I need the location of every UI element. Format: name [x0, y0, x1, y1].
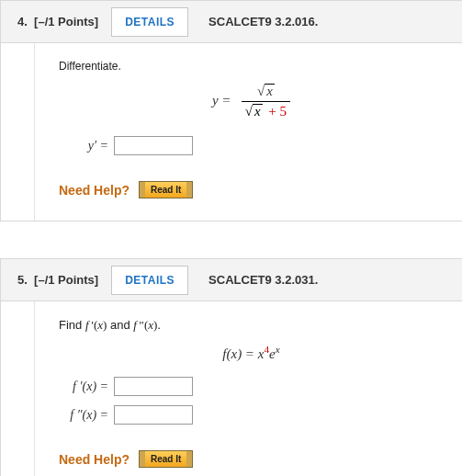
prompt-text: Find f ′(x) and f ″(x). [59, 318, 444, 333]
fx-prefix: f(x) = x [222, 346, 264, 361]
sqrt-icon: √x [245, 104, 263, 119]
read-it-button[interactable]: Read It [139, 181, 193, 198]
question-body: Find f ′(x) and f ″(x). f(x) = x4ex f ′(… [34, 301, 462, 476]
question-block: 5. [–/1 Points] DETAILS SCALCET9 3.2.031… [0, 258, 462, 476]
fpp-input[interactable] [114, 405, 193, 425]
sqrt-icon: √x [257, 84, 275, 99]
answer-row-fpp: f ″(x) = [59, 405, 444, 425]
sqrt-var: x [265, 84, 275, 98]
fraction: √x √x + 5 [242, 84, 290, 119]
question-header: 5. [–/1 Points] DETAILS SCALCET9 3.2.031… [1, 259, 462, 301]
fp-input[interactable] [114, 377, 193, 396]
prompt-text: Differentiate. [59, 60, 444, 73]
question-number: 5. [–/1 Points] [17, 273, 98, 287]
den-extra: + 5 [263, 104, 287, 119]
read-it-button[interactable]: Read It [139, 450, 193, 468]
need-help-label: Need Help? [59, 183, 130, 198]
need-help-label: Need Help? [59, 452, 130, 467]
answer-row: y′ = [59, 136, 444, 155]
question-source: SCALCET9 3.2.016. [208, 15, 318, 28]
points: [–/1 Points] [34, 273, 98, 287]
num: 4. [17, 15, 28, 28]
question-body: Differentiate. y = √x √x + 5 y′ = Need H… [34, 43, 462, 221]
math-display: y = √x √x + 5 [59, 84, 444, 119]
question-header: 4. [–/1 Points] DETAILS SCALCET9 3.2.016… [1, 1, 462, 43]
fpp-label: f ″(x) = [59, 408, 114, 423]
question-block: 4. [–/1 Points] DETAILS SCALCET9 3.2.016… [0, 0, 462, 221]
fp-label: f ′(x) = [59, 380, 114, 394]
help-row: Need Help? Read It [59, 450, 444, 468]
question-source: SCALCET9 3.2.031. [208, 273, 318, 287]
fraction-numerator: √x [242, 84, 290, 101]
fx-e: e [269, 346, 276, 361]
answer-input[interactable] [114, 136, 193, 155]
answer-row-fp: f ′(x) = [59, 377, 444, 396]
num: 5. [17, 273, 28, 287]
sqrt-var: x [253, 104, 263, 119]
points: [–/1 Points] [34, 15, 98, 28]
y-equals: y = [212, 93, 231, 108]
question-number: 4. [–/1 Points] [17, 15, 98, 28]
math-display: f(x) = x4ex [59, 344, 444, 362]
details-button[interactable]: DETAILS [111, 7, 188, 37]
answer-label: y′ = [59, 139, 114, 153]
details-button[interactable]: DETAILS [111, 266, 188, 295]
help-row: Need Help? Read It [59, 181, 444, 198]
fraction-denominator: √x + 5 [242, 101, 290, 119]
fx-e-exp: x [276, 344, 280, 355]
